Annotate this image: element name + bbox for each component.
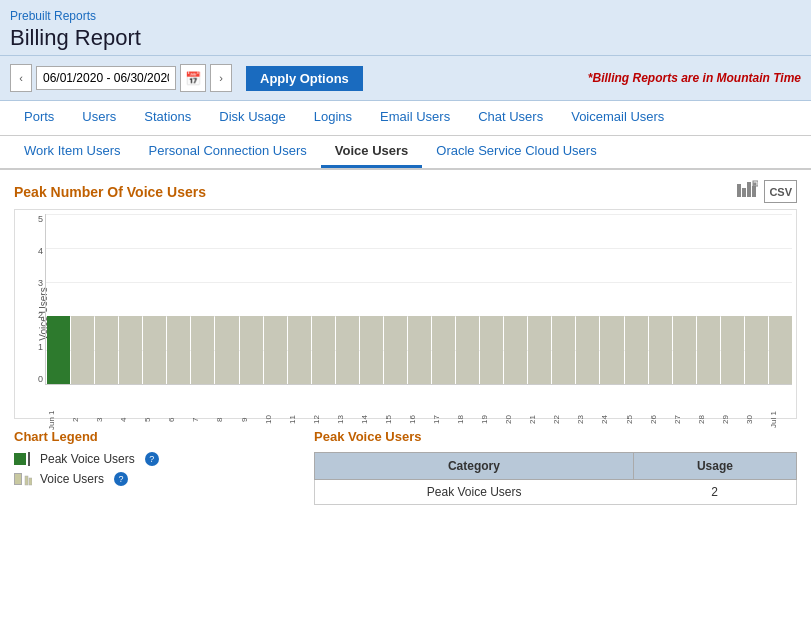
x-label-6: 7: [191, 406, 214, 434]
bar-group-16: [432, 214, 455, 384]
tab-stations[interactable]: Stations: [130, 101, 205, 135]
tab-users[interactable]: Users: [68, 101, 130, 135]
tab-ports[interactable]: Ports: [10, 101, 68, 135]
y-label-0: 0: [21, 374, 43, 384]
bar-15: [408, 316, 431, 384]
y-label-5: 5: [21, 214, 43, 224]
table-row-0: Peak Voice Users2: [315, 480, 797, 505]
x-label-21: 22: [552, 406, 575, 434]
bar-13: [360, 316, 383, 384]
content-area: Peak Number Of Voice Users ▦ CSV Voice U…: [0, 170, 811, 617]
bar-group-26: [673, 214, 696, 384]
y-label-1: 1: [21, 342, 43, 352]
bar-group-2: [95, 214, 118, 384]
bar-0: [47, 316, 70, 384]
legend-item-peak: Peak Voice Users ?: [14, 452, 294, 466]
export-bar-chart-button[interactable]: ▦: [736, 180, 758, 203]
tab-email-users[interactable]: Email Users: [366, 101, 464, 135]
svg-rect-0: [737, 184, 741, 197]
timezone-note: *Billing Reports are in Mountain Time: [588, 71, 801, 85]
legend-square-voice: [14, 473, 22, 485]
bar-3: [119, 316, 142, 384]
bar-group-13: [360, 214, 383, 384]
legend-color-peak: [14, 452, 32, 466]
bar-group-5: [167, 214, 190, 384]
x-label-4: 5: [143, 406, 166, 434]
bar-group-23: [600, 214, 623, 384]
bar-group-12: [336, 214, 359, 384]
tab-voice-users[interactable]: Voice Users: [321, 136, 422, 168]
bar-27: [697, 316, 720, 384]
bar-group-18: [480, 214, 503, 384]
bar-group-19: [504, 214, 527, 384]
date-navigator: ‹ 📅 ›: [10, 64, 232, 92]
tab-personal-connection-users[interactable]: Personal Connection Users: [135, 136, 321, 168]
info-icon-peak[interactable]: ?: [145, 452, 159, 466]
svg-text:▦: ▦: [753, 181, 757, 186]
bottom-section: Chart Legend Peak Voice Users ?: [14, 429, 797, 505]
x-label-18: 19: [480, 406, 503, 434]
prev-date-button[interactable]: ‹: [10, 64, 32, 92]
legend-line-peak: [28, 452, 30, 466]
bar-group-24: [625, 214, 648, 384]
next-date-button[interactable]: ›: [210, 64, 232, 92]
x-label-13: 14: [360, 406, 383, 434]
x-label-25: 26: [649, 406, 672, 434]
x-label-3: 4: [119, 406, 142, 434]
chart-bars: [45, 214, 792, 384]
x-label-24: 25: [625, 406, 648, 434]
bar-group-6: [191, 214, 214, 384]
bar-group-14: [384, 214, 407, 384]
data-table: Category Usage Peak Voice Users2: [314, 452, 797, 505]
tab-disk-usage[interactable]: Disk Usage: [205, 101, 299, 135]
bar-group-7: [215, 214, 238, 384]
x-label-29: 30: [745, 406, 768, 434]
svg-rect-6: [25, 476, 28, 485]
legend-label-voice: Voice Users: [40, 472, 104, 486]
breadcrumb-link[interactable]: Prebuilt Reports: [10, 9, 96, 23]
bar-24: [625, 316, 648, 384]
date-range-input[interactable]: [36, 66, 176, 90]
bar-30: [769, 316, 792, 384]
bar-group-20: [528, 214, 551, 384]
x-label-15: 16: [408, 406, 431, 434]
tab-logins[interactable]: Logins: [300, 101, 366, 135]
y-label-3: 3: [21, 278, 43, 288]
export-csv-button[interactable]: CSV: [764, 180, 797, 203]
bar-group-9: [264, 214, 287, 384]
bar-21: [552, 316, 575, 384]
bar-10: [288, 316, 311, 384]
x-label-17: 18: [456, 406, 479, 434]
info-icon-voice[interactable]: ?: [114, 472, 128, 486]
bar-group-17: [456, 214, 479, 384]
x-label-11: 12: [312, 406, 335, 434]
bar-group-8: [240, 214, 263, 384]
x-label-27: 28: [697, 406, 720, 434]
tab-voicemail-users[interactable]: Voicemail Users: [557, 101, 678, 135]
bar-1: [71, 316, 94, 384]
bar-26: [673, 316, 696, 384]
bar-4: [143, 316, 166, 384]
x-label-8: 9: [240, 406, 263, 434]
bar-5: [167, 316, 190, 384]
x-label-28: 29: [721, 406, 744, 434]
x-label-23: 24: [600, 406, 623, 434]
page-title: Billing Report: [10, 25, 801, 51]
bar-19: [504, 316, 527, 384]
tab-oracle-service-cloud-users[interactable]: Oracle Service Cloud Users: [422, 136, 610, 168]
tab-work-item-users[interactable]: Work Item Users: [10, 136, 135, 168]
table-header-usage: Usage: [633, 453, 796, 480]
x-label-14: 15: [384, 406, 407, 434]
legend-color-voice: [14, 472, 32, 486]
bar-group-29: [745, 214, 768, 384]
bar-chart: Voice Users 5 4 3 2 1 0: [14, 209, 797, 419]
svg-rect-7: [29, 478, 32, 485]
bar-group-21: [552, 214, 575, 384]
chart-export-icons: ▦ CSV: [736, 180, 797, 203]
svg-rect-2: [747, 182, 751, 197]
apply-options-button[interactable]: Apply Options: [246, 66, 363, 91]
tab-chat-users[interactable]: Chat Users: [464, 101, 557, 135]
calendar-icon[interactable]: 📅: [180, 64, 206, 92]
bar-group-25: [649, 214, 672, 384]
bar-18: [480, 316, 503, 384]
